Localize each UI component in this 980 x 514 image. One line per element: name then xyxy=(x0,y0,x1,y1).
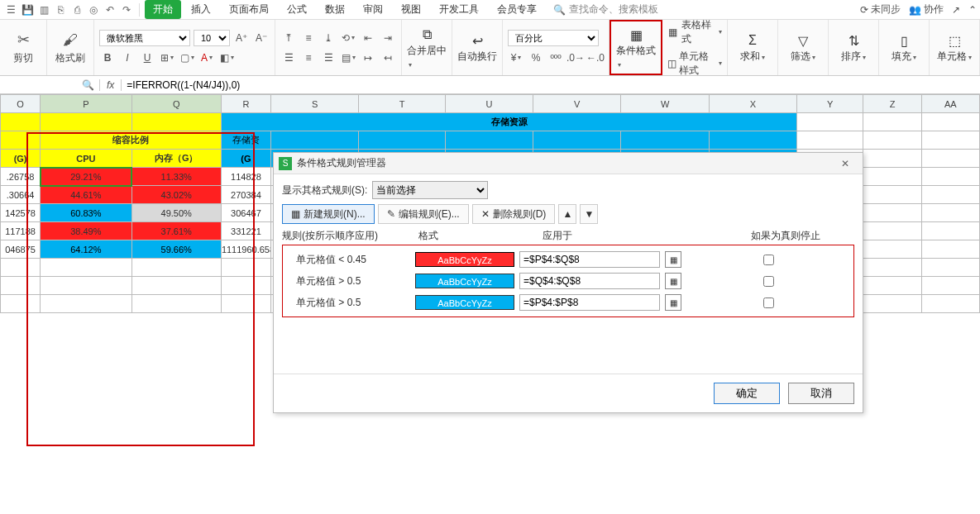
preview-icon[interactable]: ◎ xyxy=(86,2,101,17)
bold-icon[interactable]: B xyxy=(99,50,116,66)
cell[interactable] xyxy=(921,186,979,204)
tab-view[interactable]: 视图 xyxy=(393,0,429,19)
cell[interactable]: 60.83% xyxy=(41,204,131,222)
col-header[interactable]: U xyxy=(445,95,533,113)
font-name-select[interactable]: 微软雅黑 xyxy=(99,30,190,46)
rule-row[interactable]: 单元格值 > 0.5AaBbCcYyZz▦ xyxy=(286,270,850,292)
cell[interactable] xyxy=(921,240,979,259)
app-menu-icon[interactable]: ☰ xyxy=(3,2,18,17)
cell[interactable]: 114828 xyxy=(221,168,270,186)
sort-button[interactable]: ⇅排序 xyxy=(834,31,873,64)
redo-icon[interactable]: ↷ xyxy=(119,2,134,17)
increase-font-icon[interactable]: A⁺ xyxy=(233,30,250,46)
sync-status[interactable]: ⟳ 未同步 xyxy=(860,2,901,17)
cell[interactable]: 59.66% xyxy=(131,240,221,259)
inc-decimal-icon[interactable]: .0→ xyxy=(567,50,584,66)
cell[interactable] xyxy=(863,168,921,186)
border-icon[interactable]: ⊞ xyxy=(159,50,175,66)
cell[interactable]: 331221 xyxy=(221,222,270,240)
fill-button[interactable]: ▯填充 xyxy=(884,31,924,64)
tab-pagelayout[interactable]: 页面布局 xyxy=(221,0,277,19)
italic-icon[interactable]: I xyxy=(119,50,136,66)
col-header[interactable]: T xyxy=(359,95,445,113)
align-bottom-icon[interactable]: ⤓ xyxy=(320,30,337,46)
cell[interactable]: 29.21% xyxy=(41,168,131,186)
range-picker-icon[interactable]: ▦ xyxy=(665,294,681,311)
cell[interactable]: 43.02% xyxy=(131,186,221,204)
cell[interactable]: 37.61% xyxy=(131,222,221,240)
rule-apply-input[interactable] xyxy=(519,251,660,268)
col-header[interactable]: R xyxy=(221,95,270,113)
cell-button[interactable]: ⬚单元格 xyxy=(935,31,974,64)
ok-button[interactable]: 确定 xyxy=(714,383,780,404)
undo-icon[interactable]: ↶ xyxy=(103,2,117,17)
filter-button[interactable]: ▽筛选 xyxy=(783,31,823,64)
cell[interactable]: 306467 xyxy=(221,204,270,222)
col-header[interactable]: Z xyxy=(863,95,921,113)
dialog-close-button[interactable]: ✕ xyxy=(833,158,858,169)
distribute-icon[interactable]: ▤ xyxy=(340,50,356,66)
font-color-icon[interactable]: A xyxy=(198,50,215,66)
cell[interactable]: 11.33% xyxy=(131,168,221,186)
decrease-font-icon[interactable]: A⁻ xyxy=(253,30,270,46)
format-painter-button[interactable]: 🖌格式刷 xyxy=(52,30,88,65)
align-right-icon[interactable]: ☰ xyxy=(320,50,337,66)
indent-left-icon[interactable]: ⇤ xyxy=(360,30,376,46)
col-header[interactable]: S xyxy=(271,95,359,113)
fx-label[interactable]: fx xyxy=(99,79,122,91)
col-header[interactable]: X xyxy=(709,95,796,113)
show-format-select[interactable]: 当前选择 xyxy=(372,181,488,199)
new-rule-button[interactable]: ▦新建规则(N)... xyxy=(282,204,375,224)
coop-button[interactable]: 👥 协作 xyxy=(909,2,944,17)
align-center-icon[interactable]: ≡ xyxy=(300,50,317,66)
tab-insert[interactable]: 插入 xyxy=(183,0,219,19)
stop-if-true-checkbox[interactable] xyxy=(763,297,774,308)
stop-if-true-checkbox[interactable] xyxy=(763,276,774,287)
fill-color-icon[interactable]: ▢ xyxy=(179,50,195,66)
percent-icon[interactable]: % xyxy=(528,50,544,66)
col-header[interactable]: W xyxy=(621,95,709,113)
wrap-text-button[interactable]: ↩自动换行 xyxy=(457,31,497,64)
col-header[interactable]: P xyxy=(41,95,131,113)
open-icon[interactable]: ⎘ xyxy=(53,2,68,17)
cancel-button[interactable]: 取消 xyxy=(788,383,854,404)
cell[interactable]: .30664 xyxy=(1,186,41,204)
tab-formula[interactable]: 公式 xyxy=(279,0,315,19)
cell[interactable]: 046875 xyxy=(1,240,41,259)
cut-button[interactable]: ✂剪切 xyxy=(5,30,41,65)
formula-input[interactable] xyxy=(122,76,980,93)
cell[interactable]: 142578 xyxy=(1,204,41,222)
dec-decimal-icon[interactable]: ←.0 xyxy=(587,50,604,66)
currency-icon[interactable]: ¥ xyxy=(508,50,524,66)
cell[interactable] xyxy=(863,186,921,204)
edit-rule-button[interactable]: ✎编辑规则(E)... xyxy=(378,204,469,224)
cell[interactable]: 38.49% xyxy=(41,222,131,240)
tab-dev[interactable]: 开发工具 xyxy=(431,0,487,19)
range-picker-icon[interactable]: ▦ xyxy=(665,251,681,268)
tab-member[interactable]: 会员专享 xyxy=(489,0,545,19)
cell[interactable]: 49.50% xyxy=(131,204,221,222)
new-doc-icon[interactable]: ▥ xyxy=(36,2,51,17)
align-top-icon[interactable]: ⤒ xyxy=(280,30,297,46)
cell-style-button[interactable]: ◫单元格样式 xyxy=(667,50,722,78)
merge-center-button[interactable]: ⧉合并居中 xyxy=(407,26,447,69)
rule-apply-input[interactable] xyxy=(519,294,660,311)
cell[interactable]: 64.12% xyxy=(41,240,131,259)
tab-data[interactable]: 数据 xyxy=(317,0,353,19)
cell[interactable] xyxy=(863,240,921,259)
ltr-icon[interactable]: ↦ xyxy=(360,50,376,66)
cell[interactable] xyxy=(921,204,979,222)
orientation-icon[interactable]: ⟲ xyxy=(340,30,356,46)
cell[interactable]: 44.61% xyxy=(41,186,131,204)
tab-start[interactable]: 开始 xyxy=(145,0,181,19)
stop-if-true-checkbox[interactable] xyxy=(763,255,774,265)
col-header[interactable]: AA xyxy=(921,95,979,113)
tab-review[interactable]: 审阅 xyxy=(355,0,391,19)
command-search[interactable]: 🔍 查找命令、搜索模板 xyxy=(553,2,658,17)
delete-rule-button[interactable]: ✕删除规则(D) xyxy=(472,204,556,224)
move-rule-down-button[interactable]: ▼ xyxy=(580,204,598,224)
dialog-titlebar[interactable]: S 条件格式规则管理器 ✕ xyxy=(274,153,863,174)
cell[interactable]: 1111960.658 xyxy=(221,240,270,259)
rule-row[interactable]: 单元格值 > 0.5AaBbCcYyZz▦ xyxy=(286,292,850,313)
move-rule-up-button[interactable]: ▲ xyxy=(558,204,576,224)
